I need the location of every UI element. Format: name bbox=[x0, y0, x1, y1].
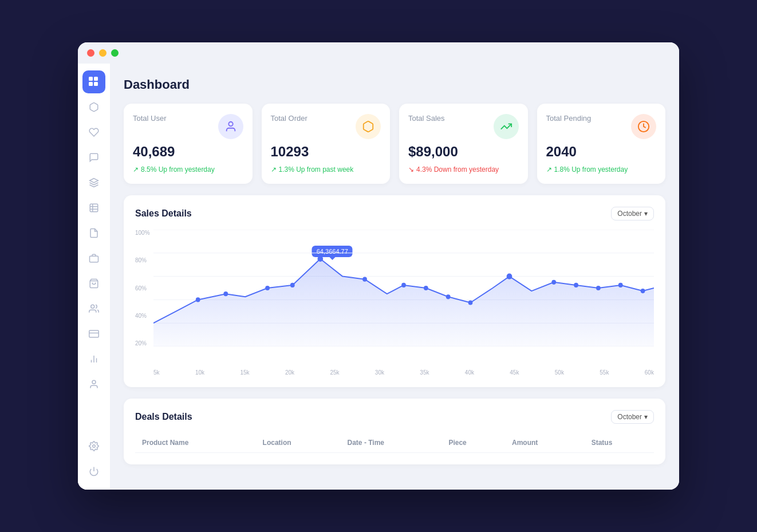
stat-card-total-order: Total Order 10293 ↗ 1.3% Up from past we… bbox=[262, 104, 391, 184]
stat-change-user: ↗ 8.5% Up from yesterday bbox=[133, 165, 243, 174]
arrow-up-icon-3: ↗ bbox=[546, 165, 552, 174]
deals-details-header: Deals Details October ▾ bbox=[135, 410, 654, 424]
svg-point-40 bbox=[574, 283, 578, 287]
stat-card-total-sales: Total Sales $89,000 ↘ 4.3% Down from yes… bbox=[399, 104, 528, 184]
svg-point-28 bbox=[196, 297, 200, 302]
sidebar-item-bag[interactable] bbox=[82, 272, 105, 295]
stat-value-pending: 2040 bbox=[546, 144, 657, 160]
svg-rect-9 bbox=[90, 256, 98, 262]
sales-chart bbox=[153, 230, 654, 346]
chevron-down-icon-2: ▾ bbox=[644, 413, 648, 421]
svg-point-18 bbox=[93, 445, 96, 448]
stat-card-total-pending: Total Pending 2040 ↗ 1.8% Up from yester… bbox=[537, 104, 666, 184]
deals-table-wrap: Product Name Location Date - Time Piece … bbox=[135, 433, 654, 453]
col-piece: Piece bbox=[441, 433, 505, 453]
settings-icon[interactable] bbox=[82, 435, 105, 458]
page-title: Dashboard bbox=[124, 77, 665, 92]
power-icon[interactable] bbox=[82, 460, 105, 483]
deals-month-dropdown[interactable]: October ▾ bbox=[611, 410, 654, 424]
stat-change-sales: ↘ 4.3% Down from yesterday bbox=[408, 165, 519, 174]
deals-details-title: Deals Details bbox=[135, 412, 192, 422]
maximize-button[interactable] bbox=[111, 49, 119, 57]
app-window: Dashboard Total User 40,689 ↗ 8.5% Up fr… bbox=[78, 42, 679, 490]
svg-rect-12 bbox=[89, 330, 99, 337]
stat-value-order: 10293 bbox=[271, 144, 381, 160]
sidebar-item-dashboard[interactable] bbox=[82, 70, 105, 93]
col-status: Status bbox=[585, 433, 654, 453]
sidebar-item-layers[interactable] bbox=[82, 171, 105, 194]
stat-label-user: Total User bbox=[133, 114, 167, 123]
svg-point-30 bbox=[265, 286, 270, 290]
svg-point-37 bbox=[468, 300, 473, 305]
svg-point-20 bbox=[228, 122, 232, 126]
close-button[interactable] bbox=[87, 49, 94, 57]
sidebar-item-card[interactable] bbox=[82, 322, 105, 345]
sidebar-item-briefcase[interactable] bbox=[82, 247, 105, 270]
svg-rect-3 bbox=[94, 82, 98, 86]
stat-value-sales: $89,000 bbox=[408, 144, 519, 160]
minimize-button[interactable] bbox=[99, 49, 107, 57]
sidebar-item-chart[interactable] bbox=[82, 348, 105, 371]
svg-point-31 bbox=[290, 283, 295, 287]
stat-change-order: ↗ 1.3% Up from past week bbox=[271, 165, 381, 174]
app-body: Dashboard Total User 40,689 ↗ 8.5% Up fr… bbox=[78, 64, 679, 490]
svg-rect-5 bbox=[90, 204, 98, 212]
sidebar bbox=[78, 64, 110, 490]
col-product-name: Product Name bbox=[135, 433, 256, 453]
y-axis-labels: 100% 80% 60% 40% 20% bbox=[135, 230, 150, 346]
col-amount: Amount bbox=[505, 433, 585, 453]
arrow-up-icon-2: ↗ bbox=[271, 165, 277, 174]
svg-point-39 bbox=[551, 280, 556, 285]
chevron-down-icon: ▾ bbox=[644, 210, 648, 218]
sidebar-item-cube[interactable] bbox=[82, 96, 105, 119]
svg-marker-4 bbox=[90, 179, 98, 183]
main-content: Dashboard Total User 40,689 ↗ 8.5% Up fr… bbox=[110, 64, 679, 490]
arrow-down-icon: ↘ bbox=[408, 165, 414, 174]
svg-point-33 bbox=[362, 277, 367, 282]
sidebar-item-doc[interactable] bbox=[82, 222, 105, 245]
deals-table: Product Name Location Date - Time Piece … bbox=[135, 433, 654, 453]
svg-rect-0 bbox=[89, 77, 93, 81]
sales-month-dropdown[interactable]: October ▾ bbox=[611, 207, 654, 220]
sidebar-item-users[interactable] bbox=[82, 297, 105, 320]
col-location: Location bbox=[256, 433, 341, 453]
deals-details-card: Deals Details October ▾ Product Name Loc… bbox=[124, 399, 665, 464]
stat-label-order: Total Order bbox=[271, 114, 307, 123]
titlebar bbox=[78, 42, 679, 64]
sidebar-item-person[interactable] bbox=[82, 373, 105, 396]
arrow-up-icon: ↗ bbox=[133, 165, 139, 174]
sales-details-card: Sales Details October ▾ 64,3664.77 bbox=[124, 195, 665, 387]
svg-point-42 bbox=[618, 283, 623, 287]
svg-point-17 bbox=[92, 380, 96, 384]
stat-value-user: 40,689 bbox=[133, 144, 243, 160]
svg-rect-1 bbox=[94, 77, 98, 81]
svg-point-38 bbox=[507, 274, 512, 279]
stat-icon-pending bbox=[631, 114, 656, 139]
svg-point-43 bbox=[641, 289, 645, 293]
table-header-row: Product Name Location Date - Time Piece … bbox=[135, 433, 654, 453]
svg-point-36 bbox=[446, 294, 451, 299]
svg-point-35 bbox=[424, 286, 428, 290]
sidebar-item-heart[interactable] bbox=[82, 121, 105, 144]
stat-icon-order bbox=[356, 114, 381, 139]
svg-point-29 bbox=[223, 291, 228, 296]
svg-rect-2 bbox=[89, 82, 93, 86]
svg-point-41 bbox=[596, 286, 601, 290]
sales-details-header: Sales Details October ▾ bbox=[135, 207, 654, 220]
svg-point-32 bbox=[317, 256, 323, 262]
stat-cards: Total User 40,689 ↗ 8.5% Up from yesterd… bbox=[124, 104, 665, 184]
stat-card-total-user: Total User 40,689 ↗ 8.5% Up from yesterd… bbox=[124, 104, 253, 184]
stat-change-pending: ↗ 1.8% Up from yesterday bbox=[546, 165, 657, 174]
svg-point-34 bbox=[401, 283, 406, 287]
x-axis-labels: 5k 10k 15k 20k 25k 30k 35k 40k 45k 50k 5… bbox=[135, 369, 654, 376]
sidebar-item-chat[interactable] bbox=[82, 146, 105, 169]
stat-icon-sales bbox=[494, 114, 519, 139]
svg-point-11 bbox=[91, 305, 94, 308]
sales-details-title: Sales Details bbox=[135, 208, 192, 219]
stat-label-sales: Total Sales bbox=[408, 114, 445, 123]
col-date-time: Date - Time bbox=[341, 433, 442, 453]
sidebar-item-table[interactable] bbox=[82, 196, 105, 219]
sales-chart-area: 64,3664.77 bbox=[135, 230, 654, 367]
stat-label-pending: Total Pending bbox=[546, 114, 592, 123]
stat-icon-user bbox=[218, 114, 243, 139]
